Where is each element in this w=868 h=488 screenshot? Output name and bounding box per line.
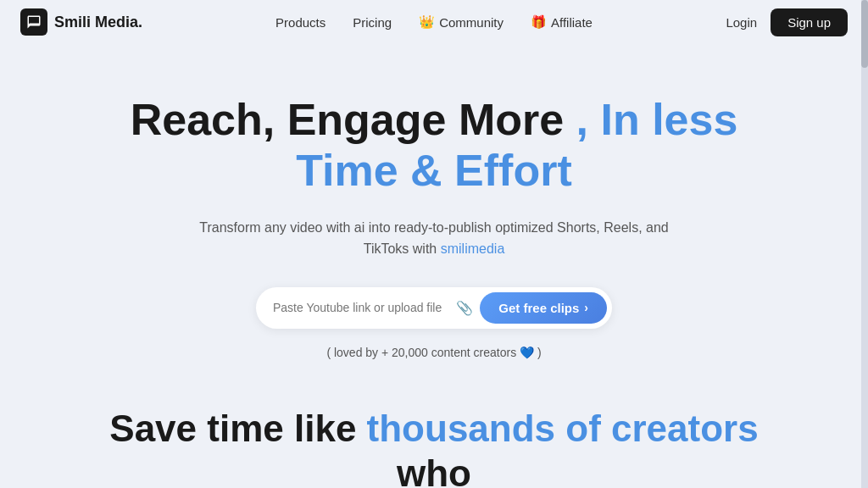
hero-subtitle: Transform any video with ai into ready-t…: [180, 217, 688, 260]
navbar-right: Login Sign up: [726, 8, 848, 36]
hero-title: Reach, Engage More , In less Time & Effo…: [95, 95, 773, 197]
logo-icon[interactable]: [20, 8, 47, 36]
nav-community[interactable]: 👑 Community: [419, 14, 504, 30]
navbar: Smili Media. Products Pricing 👑 Communit…: [0, 0, 868, 44]
save-time-section: Save time like thousands of creators who: [0, 407, 868, 488]
clip-icon: 📎: [456, 300, 473, 316]
smilimedia-link[interactable]: smilimedia: [441, 241, 505, 256]
nav-pricing[interactable]: Pricing: [353, 15, 392, 30]
arrow-icon: ›: [584, 301, 588, 314]
search-input[interactable]: [273, 301, 456, 314]
scrollbar-thumb[interactable]: [861, 0, 868, 68]
logo-area: Smili Media.: [20, 8, 142, 36]
hero-section: Reach, Engage More , In less Time & Effo…: [0, 44, 868, 393]
nav-affiliate[interactable]: 🎁 Affiliate: [531, 14, 593, 30]
get-free-clips-button[interactable]: Get free clips ›: [480, 292, 607, 324]
message-icon: [26, 14, 42, 30]
logo-text: Smili Media.: [54, 14, 142, 31]
community-emoji: 👑: [419, 14, 435, 30]
search-bar: 📎 Get free clips ›: [256, 287, 612, 329]
affiliate-emoji: 🎁: [531, 14, 547, 30]
save-time-title: Save time like thousands of creators who: [68, 407, 800, 488]
login-button[interactable]: Login: [726, 15, 757, 30]
nav-products[interactable]: Products: [275, 15, 326, 30]
hero-title-part1: Reach, Engage More: [131, 95, 576, 144]
navbar-center: Products Pricing 👑 Community 🎁 Affiliate: [275, 14, 593, 30]
signup-button[interactable]: Sign up: [771, 8, 848, 36]
scrollbar[interactable]: [861, 0, 868, 488]
social-proof: ( loved by + 20,000 content creators 💙 ): [326, 346, 541, 359]
